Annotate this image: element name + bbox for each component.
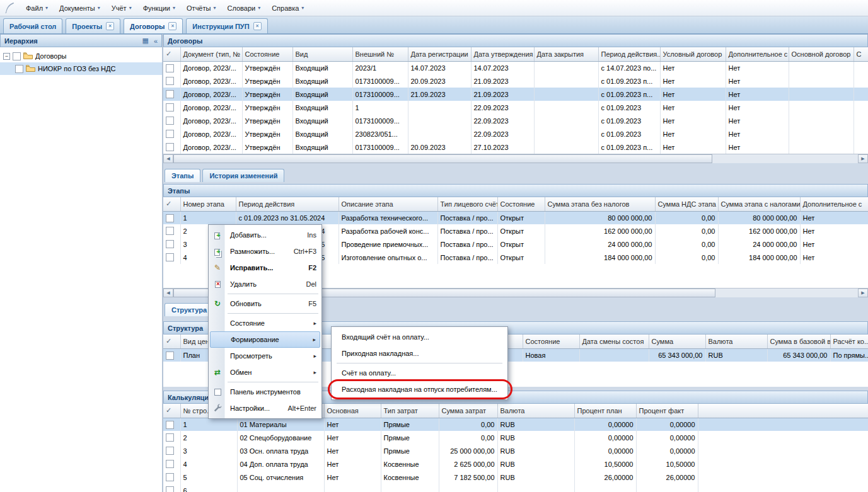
- grid-cell[interactable]: [854, 101, 868, 114]
- grid-cell[interactable]: [534, 61, 598, 74]
- grid-cell[interactable]: 14.07.2023: [408, 61, 471, 74]
- grid-cell[interactable]: [789, 101, 854, 114]
- grid-cell[interactable]: 01 Материалы: [237, 418, 324, 431]
- grid-cell[interactable]: [698, 444, 868, 457]
- column-header[interactable]: Сумма этапа с налогами: [718, 197, 800, 211]
- grid-cell[interactable]: 20.09.2023: [408, 140, 471, 154]
- column-header[interactable]: Дополнительное с: [800, 197, 868, 211]
- grid-cell[interactable]: 0,00: [439, 431, 497, 444]
- menubar-item[interactable]: Документы▾: [54, 3, 106, 14]
- grid-cell[interactable]: 0,00000: [636, 444, 698, 457]
- grid-cell[interactable]: 26,00000: [636, 471, 698, 484]
- column-header[interactable]: Период действия...: [598, 47, 660, 61]
- row-checkbox[interactable]: [166, 103, 174, 112]
- grid-cell[interactable]: [497, 484, 574, 492]
- table-row[interactable]: 404 Доп. оплата трудаНетКосвенные2 625 0…: [163, 457, 868, 471]
- grid-cell[interactable]: Нет: [660, 88, 726, 101]
- grid-cell[interactable]: с 01.09.2023 п...: [598, 140, 660, 154]
- grid-cell[interactable]: Нет: [660, 101, 726, 114]
- column-header[interactable]: Дата утверждения: [471, 47, 534, 61]
- grid-cell[interactable]: Нет: [726, 74, 789, 88]
- grid-cell[interactable]: Утверждён: [242, 61, 292, 74]
- grid-cell[interactable]: 0173100009...: [352, 140, 408, 154]
- column-header[interactable]: Дата смены состоя: [579, 335, 649, 348]
- column-header[interactable]: С: [854, 47, 868, 61]
- grid-cell[interactable]: 0,00: [655, 211, 718, 224]
- menubar-item[interactable]: Функции▾: [137, 3, 181, 14]
- grid-cell[interactable]: Нет: [800, 224, 868, 237]
- grid-cell[interactable]: 21.09.2023: [471, 74, 534, 88]
- grid-cell[interactable]: Открыт: [497, 237, 545, 251]
- grid-cell[interactable]: Нет: [726, 140, 789, 154]
- grid-cell[interactable]: с 01.09.2023 по 31.05.2024: [236, 211, 339, 224]
- grid-cell[interactable]: [789, 114, 854, 127]
- column-header[interactable]: Тип затрат: [381, 404, 439, 418]
- grid-cell[interactable]: Открыт: [497, 211, 545, 224]
- scroll-left-icon[interactable]: ◀: [163, 154, 173, 163]
- grid-cell[interactable]: 1: [180, 211, 236, 224]
- grid-cell[interactable]: [698, 484, 868, 492]
- menubar-item[interactable]: Отчёты▾: [181, 3, 221, 14]
- grid-cell[interactable]: 0,00: [655, 237, 718, 251]
- grid-cell[interactable]: Утверждён: [242, 101, 292, 114]
- grid-cell[interactable]: RUB: [497, 471, 574, 484]
- grid-cell[interactable]: [534, 88, 598, 101]
- grid-cell[interactable]: 162 000 000,00: [718, 224, 800, 237]
- grid-cell[interactable]: Нет: [800, 251, 868, 264]
- row-checkbox[interactable]: [166, 433, 174, 442]
- grid-cell[interactable]: Утверждён: [242, 88, 292, 101]
- column-header[interactable]: Основная: [324, 404, 381, 418]
- grid-cell[interactable]: [789, 88, 854, 101]
- grid-cell[interactable]: Поставка / про...: [437, 211, 497, 224]
- grid-cell[interactable]: Поставка / про...: [437, 251, 497, 264]
- grid-cell[interactable]: 1: [180, 418, 237, 431]
- tab-close-icon[interactable]: ×: [253, 22, 262, 30]
- grid-cell[interactable]: с 14.07.2023 по...: [598, 61, 660, 74]
- column-header[interactable]: Период действия: [236, 197, 339, 211]
- context-menu-item[interactable]: Просмотреть▸: [210, 348, 320, 364]
- context-menu-item[interactable]: ⇄Обмен▸: [210, 364, 320, 380]
- grid-cell[interactable]: 80 000 000,00: [718, 211, 800, 224]
- grid-cell[interactable]: [439, 484, 497, 492]
- grid-cell[interactable]: 184 000 000,00: [545, 251, 655, 264]
- grid-cell[interactable]: Нет: [324, 444, 381, 457]
- grid-cell[interactable]: Утверждён: [242, 127, 292, 140]
- grid-cell[interactable]: 0,00: [655, 224, 718, 237]
- grid-cell[interactable]: Договор, 2023/...: [180, 127, 242, 140]
- row-checkbox[interactable]: [166, 77, 174, 85]
- grid-cell[interactable]: 24 000 000,00: [718, 237, 800, 251]
- grid-cell[interactable]: [854, 127, 868, 140]
- grid-cell[interactable]: [854, 140, 868, 154]
- tree-node[interactable]: − Договоры: [0, 50, 162, 62]
- grid-cell[interactable]: [534, 101, 598, 114]
- grid-cell[interactable]: Нет: [660, 61, 726, 74]
- grid-cell[interactable]: Утверждён: [242, 140, 292, 154]
- grid-cell[interactable]: 22.09.2023: [471, 101, 534, 114]
- row-checkbox[interactable]: [166, 460, 174, 468]
- grid-cell[interactable]: Прямые: [381, 431, 439, 444]
- grid-cell[interactable]: 24 000 000,00: [545, 237, 655, 251]
- column-header[interactable]: Процент план: [574, 404, 636, 418]
- grid-cell[interactable]: RUB: [497, 457, 574, 471]
- node-label[interactable]: НИОКР по ГОЗ без НДС: [38, 65, 115, 72]
- grid-cell[interactable]: RUB: [497, 418, 574, 431]
- row-checkbox[interactable]: [166, 227, 174, 235]
- grid-cell[interactable]: 22.09.2023: [471, 114, 534, 127]
- grid-cell[interactable]: 27.10.2023: [471, 140, 534, 154]
- collapse-panel-icon[interactable]: «: [154, 37, 158, 45]
- grid-cell[interactable]: [237, 484, 324, 492]
- tab-close-icon[interactable]: ×: [106, 22, 114, 30]
- row-checkbox[interactable]: [166, 143, 174, 151]
- table-row[interactable]: Договор, 2023/...УтверждёнВходящий2023/1…: [163, 61, 868, 74]
- menubar-item[interactable]: Словари▾: [221, 3, 266, 14]
- grid-cell[interactable]: с 01.09.2023 п...: [598, 88, 660, 101]
- grid-cell[interactable]: Открыт: [497, 224, 545, 237]
- grid-cell[interactable]: Нет: [726, 127, 789, 140]
- grid-cell[interactable]: Договор, 2023/...: [180, 88, 242, 101]
- column-header[interactable]: Процент факт: [636, 404, 698, 418]
- context-menu-item[interactable]: ×УдалитьDel: [210, 276, 320, 292]
- column-header[interactable]: Валюта: [705, 335, 767, 348]
- grid-cell[interactable]: 0173100009...: [352, 88, 408, 101]
- column-header[interactable]: Сумма этапа без налогов: [545, 197, 655, 211]
- column-header[interactable]: Дата закрытия: [534, 47, 598, 61]
